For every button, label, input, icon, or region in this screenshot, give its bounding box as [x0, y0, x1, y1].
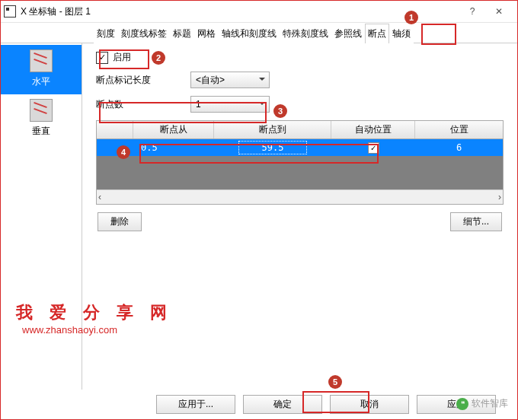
breaks-table: 断点从 断点到 自动位置 位置 0.5 59.5 ✓ 6 ‹ › — [96, 120, 504, 205]
col-to[interactable]: 断点到 — [214, 121, 331, 138]
breaks-panel: ✓ 启用 断点标记长度 <自动> 断点数 1 断点从 断点到 自动位置 位置 — [82, 43, 517, 390]
sidebar-label-horizontal: 水平 — [32, 76, 50, 87]
dialog-footer: 应用于... 确定 取消 应用 — [1, 389, 517, 419]
sidebar-item-horizontal[interactable]: 水平 — [1, 45, 82, 94]
tab-reference[interactable]: 参照线 — [331, 24, 365, 43]
sidebar-item-vertical[interactable]: 垂直 — [1, 94, 82, 144]
cell-to[interactable]: 59.5 — [214, 141, 331, 154]
watermark-url: www.zhanshaoyi.com — [22, 324, 117, 336]
sidebar-label-vertical: 垂直 — [32, 126, 50, 136]
tab-breaks[interactable]: 断点 — [365, 24, 389, 43]
marker-len-label: 断点标记长度 — [96, 74, 180, 87]
table-empty-area — [97, 156, 503, 189]
col-from[interactable]: 断点从 — [133, 121, 214, 138]
titlebar: X 坐标轴 - 图层 1 ? ✕ — [1, 1, 517, 23]
tab-special-ticks[interactable]: 特殊刻度线 — [280, 24, 331, 43]
cell-from[interactable]: 0.5 — [133, 142, 214, 153]
badge-5: 5 — [328, 375, 342, 389]
close-button[interactable]: ✕ — [484, 1, 514, 22]
badge-1: 1 — [404, 11, 418, 24]
tab-grid[interactable]: 网格 — [194, 24, 219, 43]
cancel-button[interactable]: 取消 — [330, 395, 409, 414]
col-blank — [97, 121, 133, 138]
col-pos[interactable]: 位置 — [415, 121, 503, 138]
tab-title[interactable]: 标题 — [170, 24, 194, 43]
table-header: 断点从 断点到 自动位置 位置 — [97, 121, 503, 139]
app-icon — [4, 5, 16, 18]
col-auto[interactable]: 自动位置 — [331, 121, 415, 138]
count-select[interactable]: 1 — [190, 96, 270, 113]
tab-axis-ticks[interactable]: 轴线和刻度线 — [219, 24, 280, 43]
dialog-window: X 坐标轴 - 图层 1 ? ✕ 刻度 刻度线标签 标题 网格 轴线和刻度线 特… — [0, 0, 518, 420]
horizontal-scrollbar[interactable]: ‹ › — [97, 189, 503, 204]
ok-button[interactable]: 确定 — [243, 395, 322, 414]
content-area: 水平 垂直 ✓ 启用 断点标记长度 <自动> 断点数 1 — [1, 43, 517, 390]
axis-sidebar: 水平 垂直 — [1, 43, 82, 390]
table-row[interactable]: 0.5 59.5 ✓ 6 — [97, 139, 503, 156]
vertical-axis-icon — [30, 99, 53, 122]
help-button[interactable]: ? — [461, 6, 484, 17]
scroll-right-icon[interactable]: › — [498, 192, 501, 202]
marker-len-row: 断点标记长度 <自动> — [96, 72, 504, 88]
cell-auto[interactable]: ✓ — [331, 142, 415, 154]
count-label: 断点数 — [96, 98, 180, 111]
badge-3: 3 — [273, 104, 287, 118]
delete-button[interactable]: 删除 — [98, 212, 142, 231]
apply-to-button[interactable]: 应用于... — [156, 395, 235, 414]
enable-label: 启用 — [113, 51, 131, 64]
badge-4: 4 — [117, 145, 130, 159]
tab-rug[interactable]: 轴须 — [389, 24, 414, 43]
marker-len-select[interactable]: <自动> — [190, 72, 270, 88]
window-title: X 坐标轴 - 图层 1 — [21, 5, 461, 18]
enable-checkbox[interactable]: ✓ — [96, 52, 108, 64]
cell-pos[interactable]: 6 — [415, 142, 503, 153]
tabstrip: 刻度 刻度线标签 标题 网格 轴线和刻度线 特殊刻度线 参照线 断点 轴须 — [1, 23, 517, 43]
badge-2: 2 — [152, 51, 165, 65]
detail-button[interactable]: 细节... — [450, 212, 502, 231]
horizontal-axis-icon — [30, 49, 53, 72]
count-row: 断点数 1 — [96, 96, 504, 113]
table-actions: 删除 细节... — [96, 212, 504, 231]
watermark-corner: ❝ 软件智库 — [456, 397, 508, 410]
tab-tick-labels[interactable]: 刻度线标签 — [118, 24, 170, 43]
scroll-left-icon[interactable]: ‹ — [98, 192, 101, 202]
wechat-icon: ❝ — [456, 398, 468, 410]
watermark-text: 我 爱 分 享 网 — [16, 301, 173, 324]
tab-scale[interactable]: 刻度 — [94, 24, 118, 43]
